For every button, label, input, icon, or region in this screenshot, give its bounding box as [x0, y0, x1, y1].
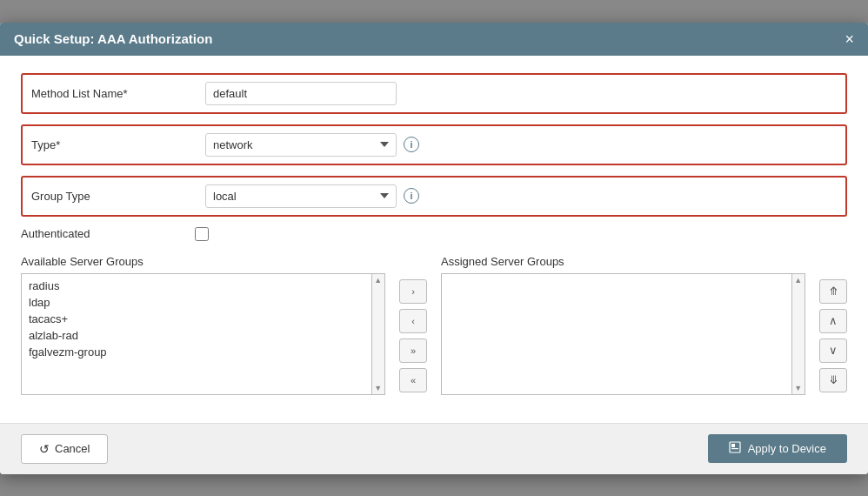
- type-select[interactable]: network exec commands: [205, 133, 397, 157]
- type-info-icon[interactable]: i: [404, 137, 419, 152]
- assigned-server-groups-panel: Assigned Server Groups ▲ ▼: [441, 255, 805, 395]
- apply-to-device-button[interactable]: Apply to Device: [708, 434, 847, 463]
- cancel-icon: ↺: [39, 442, 50, 456]
- authenticated-row: Authenticated: [21, 227, 847, 241]
- available-server-groups-panel: Available Server Groups radius ldap taca…: [21, 255, 385, 395]
- assigned-server-groups-label: Assigned Server Groups: [441, 255, 805, 268]
- move-right-button[interactable]: ›: [399, 279, 427, 304]
- type-label: Type*: [31, 138, 205, 151]
- order-buttons: ⤊ ∧ ∨ ⤋: [819, 279, 847, 392]
- apply-label: Apply to Device: [748, 442, 826, 455]
- list-item[interactable]: radius: [22, 278, 371, 294]
- list-item[interactable]: tacacs+: [22, 311, 371, 327]
- dialog-footer: ↺ Cancel Apply to Device: [0, 423, 868, 474]
- available-scroll-down[interactable]: ▼: [374, 384, 382, 392]
- assigned-scroll-up[interactable]: ▲: [794, 276, 802, 285]
- group-type-info-icon[interactable]: i: [404, 188, 419, 204]
- move-all-right-button[interactable]: »: [399, 338, 427, 363]
- cancel-label: Cancel: [55, 442, 90, 455]
- assigned-scroll-down[interactable]: ▼: [794, 384, 802, 392]
- method-list-name-input[interactable]: [205, 82, 397, 105]
- svg-rect-1: [731, 444, 735, 447]
- list-item[interactable]: fgalvezm-group: [22, 344, 371, 360]
- dialog-body: Method List Name* Type* network exec com…: [0, 56, 868, 423]
- move-down-button[interactable]: ∨: [819, 338, 847, 363]
- server-groups-section: Available Server Groups radius ldap taca…: [21, 255, 847, 395]
- group-type-select[interactable]: local radius tacacs+ ldap: [205, 184, 397, 208]
- transfer-buttons: › ‹ » «: [399, 279, 427, 392]
- move-bottom-button[interactable]: ⤋: [819, 368, 847, 392]
- move-all-left-button[interactable]: «: [399, 368, 427, 392]
- svg-rect-2: [731, 448, 738, 449]
- dialog: Quick Setup: AAA Authorization × Method …: [0, 23, 868, 474]
- available-server-groups-listbox[interactable]: radius ldap tacacs+ alzlab-rad fgalvezm-…: [21, 273, 372, 395]
- authenticated-checkbox[interactable]: [195, 227, 209, 241]
- close-button[interactable]: ×: [845, 31, 854, 47]
- dialog-title: Quick Setup: AAA Authorization: [14, 31, 212, 46]
- authenticated-label: Authenticated: [21, 227, 195, 240]
- assigned-server-groups-listbox[interactable]: [441, 273, 792, 395]
- list-item[interactable]: alzlab-rad: [22, 327, 371, 344]
- group-type-row: Group Type local radius tacacs+ ldap i: [21, 176, 847, 217]
- method-list-name-label: Method List Name*: [31, 87, 205, 100]
- group-type-label: Group Type: [31, 190, 205, 203]
- move-left-button[interactable]: ‹: [399, 309, 427, 333]
- apply-icon: [729, 441, 741, 456]
- list-item[interactable]: ldap: [22, 294, 371, 311]
- available-server-groups-label: Available Server Groups: [21, 255, 385, 268]
- move-up-button[interactable]: ∧: [819, 309, 847, 333]
- method-list-name-row: Method List Name*: [21, 73, 847, 114]
- dialog-header: Quick Setup: AAA Authorization ×: [0, 23, 868, 56]
- cancel-button[interactable]: ↺ Cancel: [21, 434, 108, 464]
- move-top-button[interactable]: ⤊: [819, 279, 847, 304]
- type-row: Type* network exec commands i: [21, 124, 847, 165]
- available-scroll-up[interactable]: ▲: [374, 276, 382, 285]
